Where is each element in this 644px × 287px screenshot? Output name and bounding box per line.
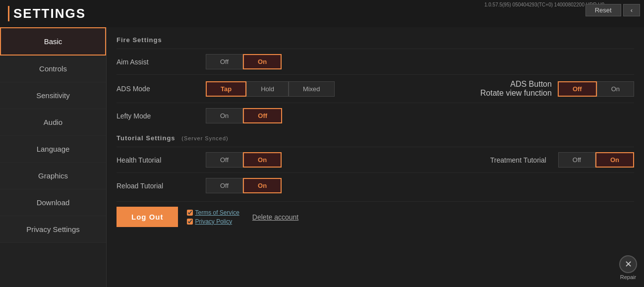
sidebar-item-audio[interactable]: Audio [0,109,106,136]
sidebar-item-controls[interactable]: Controls [0,56,106,82]
ads-mode-toggle: Tap Hold Mixed [206,81,335,97]
aim-assist-on[interactable]: On [243,54,282,69]
health-tutorial-toggle: Off On [206,152,282,168]
top-right-buttons: Reset ‹ [585,4,640,16]
ads-hold[interactable]: Hold [246,81,289,97]
reload-on[interactable]: On [243,178,282,193]
terms-link[interactable]: Terms of Service [195,209,239,216]
privacy-checkbox[interactable] [187,219,193,225]
delete-account-link[interactable]: Delete account [252,213,298,221]
treatment-off[interactable]: Off [558,152,595,168]
ads-button-label: ADS Button Rotate view function [480,80,552,98]
ads-tap[interactable]: Tap [206,81,246,97]
bottom-bar: Log Out Terms of Service Privacy Policy … [117,201,634,229]
treatment-tutorial-label: Treatment Tutorial [490,156,546,164]
links-group: Terms of Service Privacy Policy [187,209,239,225]
privacy-item: Privacy Policy [187,218,239,225]
ads-button-off[interactable]: Off [558,81,597,97]
health-tutorial-label: Health Tutorial [117,156,206,164]
lefty-mode-label: Lefty Mode [117,112,206,120]
sidebar-item-graphics[interactable]: Graphics [0,163,106,189]
main-layout: Basic Controls Sensitivity Audio Languag… [0,27,644,287]
lefty-mode-row: Lefty Mode On Off [117,103,634,128]
terms-item: Terms of Service [187,209,239,216]
aim-assist-off[interactable]: Off [206,54,243,69]
health-tutorial-row: Health Tutorial Off On Treatment Tutoria… [117,147,634,172]
tutorial-settings-header: Tutorial Settings (Server Synced) [117,134,634,142]
aim-assist-toggle: Off On [206,54,282,69]
repair-icon: ✕ [619,255,637,273]
ads-mode-row: ADS Mode Tap Hold Mixed ADS Button Rotat… [117,74,634,103]
ads-mode-label: ADS Mode [117,85,206,93]
terms-checkbox[interactable] [187,210,193,216]
reload-tutorial-label: Reload Tutorial [117,182,206,190]
aim-assist-row: Aim Assist Off On [117,49,634,74]
ads-button-right: ADS Button Rotate view function Off On [480,80,634,98]
repair-label: Repair [620,274,636,280]
repair-button[interactable]: ✕ Repair [619,255,637,280]
treatment-tutorial-right: Treatment Tutorial Off On [490,152,634,168]
privacy-link[interactable]: Privacy Policy [195,218,232,225]
sidebar-item-sensitivity[interactable]: Sensitivity [0,82,106,109]
reload-off[interactable]: Off [206,178,243,193]
ads-mixed[interactable]: Mixed [289,81,335,97]
reset-button[interactable]: Reset [585,4,621,16]
aim-assist-label: Aim Assist [117,58,206,66]
ads-button-label2: Rotate view function [480,89,552,98]
ads-button-label1: ADS Button [480,80,552,89]
treatment-toggle: Off On [558,152,634,168]
reload-tutorial-toggle: Off On [206,178,282,193]
server-synced-label: (Server Synced) [181,135,228,141]
sidebar: Basic Controls Sensitivity Audio Languag… [0,27,107,287]
sidebar-item-download[interactable]: Download [0,189,106,216]
logout-button[interactable]: Log Out [117,207,178,227]
lefty-mode-toggle: On Off [206,108,282,123]
ads-button-on[interactable]: On [597,81,634,97]
health-on[interactable]: On [243,152,282,168]
sidebar-item-basic[interactable]: Basic [0,27,106,56]
fire-settings-header: Fire Settings [117,36,634,44]
lefty-on[interactable]: On [206,108,243,123]
lefty-off[interactable]: Off [243,108,282,123]
content-area: Fire Settings Aim Assist Off On ADS Mode… [107,27,644,287]
ads-button-toggle: Off On [558,81,634,97]
reload-tutorial-row: Reload Tutorial Off On [117,172,634,198]
treatment-on[interactable]: On [595,152,634,168]
back-button[interactable]: ‹ [623,4,640,16]
sidebar-item-language[interactable]: Language [0,136,106,163]
page-title: SETTINGS [8,6,86,21]
sidebar-item-privacy[interactable]: Privacy Settings [0,216,106,243]
health-off[interactable]: Off [206,152,243,168]
